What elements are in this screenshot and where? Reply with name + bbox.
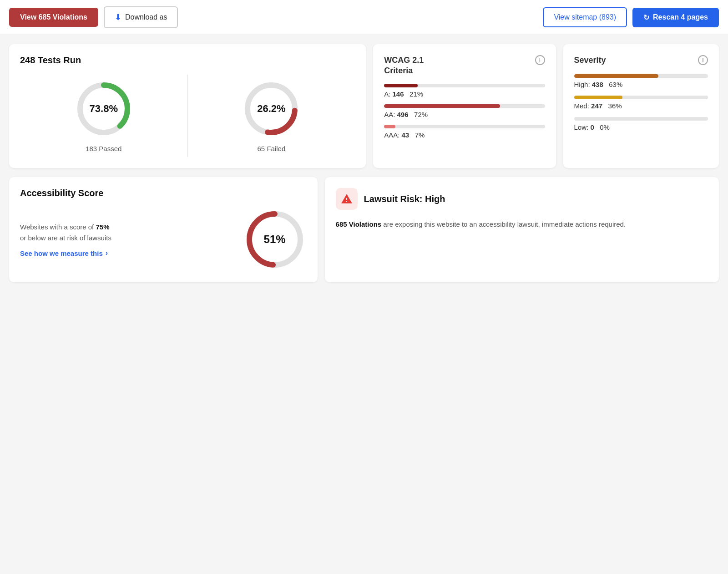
lawsuit-risk-card: Lawsuit Risk: High 685 Violations are ex… xyxy=(325,177,719,282)
accessibility-score-title: Accessibility Score xyxy=(20,188,307,198)
wcag-title: WCAG 2.1Criteria xyxy=(384,55,424,76)
main-content: 248 Tests Run 73.8% 183 Passed xyxy=(0,35,728,291)
lawsuit-header: Lawsuit Risk: High xyxy=(336,188,708,210)
passed-section: 73.8% 183 Passed xyxy=(20,75,188,157)
failed-subtitle: 65 Failed xyxy=(258,145,286,152)
severity-bar-fill-med xyxy=(574,96,622,99)
failed-donut-container: 26.2% xyxy=(242,79,301,138)
severity-label-low: Low: 0 0% xyxy=(574,123,708,131)
lawsuit-body: 685 Violations are exposing this website… xyxy=(336,219,708,230)
lawsuit-title-container: Lawsuit Risk: High xyxy=(364,194,445,204)
accessibility-body: Websites with a score of 75%or below are… xyxy=(20,208,307,271)
failed-pct-label: 26.2% xyxy=(257,103,285,115)
rescan-button[interactable]: ↻ Rescan 4 pages xyxy=(632,8,719,27)
wcag-bar-track-a xyxy=(384,84,545,87)
wcag-label-a: A: 146 21% xyxy=(384,90,545,98)
wcag-bar-track-aaa xyxy=(384,125,545,128)
wcag-item-aa: AA: 496 72% xyxy=(384,104,545,118)
warning-triangle-icon xyxy=(341,193,353,205)
bottom-row: Accessibility Score Websites with a scor… xyxy=(9,177,719,282)
warning-icon-box xyxy=(336,188,358,210)
chevron-right-icon: › xyxy=(106,249,108,257)
rescan-label: Rescan 4 pages xyxy=(653,13,708,21)
wcag-item-a: A: 146 21% xyxy=(384,84,545,98)
accessibility-score-card: Accessibility Score Websites with a scor… xyxy=(9,177,318,282)
wcag-bar-fill-a xyxy=(384,84,418,87)
passed-subtitle: 183 Passed xyxy=(86,145,121,152)
lawsuit-description: are exposing this website to an accessib… xyxy=(383,220,626,228)
wcag-label-aa: AA: 496 72% xyxy=(384,111,545,118)
lawsuit-title: Lawsuit Risk: High xyxy=(364,194,445,204)
wcag-label-aaa: AAA: 43 7% xyxy=(384,131,545,139)
lawsuit-title-text: Lawsuit Risk: xyxy=(364,194,423,204)
severity-card: Severity i High: 438 63% Med: 247 36% xyxy=(563,44,719,168)
accessibility-donut-container: 51% xyxy=(243,208,307,271)
severity-label-med: Med: 247 36% xyxy=(574,102,708,110)
wcag-bar-track-aa xyxy=(384,104,545,108)
passed-donut-container: 73.8% xyxy=(74,79,133,138)
tests-run-title: 248 Tests Run xyxy=(20,55,355,66)
accessibility-text: Websites with a score of 75%or below are… xyxy=(20,222,243,257)
wcag-item-aaa: AAA: 43 7% xyxy=(384,125,545,139)
toolbar: View 685 Violations ⬇ Download as View s… xyxy=(0,0,728,35)
download-button[interactable]: ⬇ Download as xyxy=(104,6,178,28)
severity-header: Severity i xyxy=(574,55,708,65)
severity-item-low: Low: 0 0% xyxy=(574,117,708,131)
accessibility-score-label: 51% xyxy=(264,233,286,246)
accessibility-desc: Websites with a score of 75%or below are… xyxy=(20,222,234,244)
download-icon: ⬇ xyxy=(115,12,121,22)
severity-title: Severity xyxy=(574,56,606,65)
wcag-card: WCAG 2.1Criteria i A: 146 21% AA: 496 72… xyxy=(373,44,556,168)
donut-row: 73.8% 183 Passed 26.2% 65 Failed xyxy=(20,75,355,157)
passed-pct-label: 73.8% xyxy=(90,103,118,115)
severity-bar-track-med xyxy=(574,96,708,99)
rescan-icon: ↻ xyxy=(643,13,649,22)
view-violations-button[interactable]: View 685 Violations xyxy=(9,8,98,27)
tests-run-card: 248 Tests Run 73.8% 183 Passed xyxy=(9,44,366,168)
severity-bar-track-low xyxy=(574,117,708,121)
wcag-bar-fill-aa xyxy=(384,104,500,108)
lawsuit-risk-level: High xyxy=(425,194,445,204)
severity-bar-track-high xyxy=(574,74,708,78)
wcag-bar-fill-aaa xyxy=(384,125,395,128)
severity-item-high: High: 438 63% xyxy=(574,74,708,88)
lawsuit-violations-count: 685 Violations xyxy=(336,220,382,228)
failed-section: 26.2% 65 Failed xyxy=(188,75,355,157)
wcag-header: WCAG 2.1Criteria i xyxy=(384,55,545,76)
view-sitemap-button[interactable]: View sitemap (893) xyxy=(543,7,627,27)
severity-item-med: Med: 247 36% xyxy=(574,96,708,110)
see-how-text: See how we measure this xyxy=(20,249,103,257)
see-how-link[interactable]: See how we measure this › xyxy=(20,249,234,257)
severity-bar-fill-high xyxy=(574,74,659,78)
download-label: Download as xyxy=(125,13,167,21)
wcag-info-icon[interactable]: i xyxy=(535,55,545,65)
severity-info-icon[interactable]: i xyxy=(698,55,708,65)
severity-label-high: High: 438 63% xyxy=(574,81,708,88)
stats-row: 248 Tests Run 73.8% 183 Passed xyxy=(9,44,719,168)
